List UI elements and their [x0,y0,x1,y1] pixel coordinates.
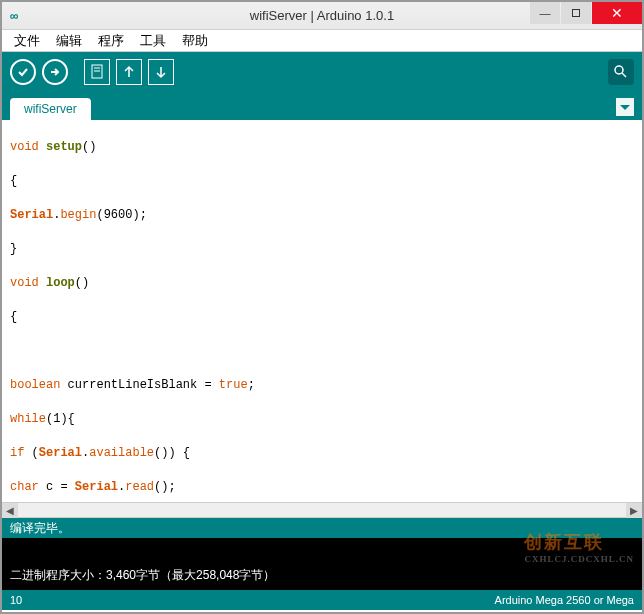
class-serial: Serial [39,446,82,460]
arduino-logo-icon: ∞ [10,9,17,23]
scroll-left-button[interactable] [2,503,18,518]
board-name: Arduino Mega 2560 or Mega [495,594,634,606]
code-text: { [10,309,634,326]
class-serial: Serial [75,480,118,494]
tab-dropdown-button[interactable] [616,98,634,116]
keyword-char: char [10,480,39,494]
function-loop: loop [46,276,75,290]
horizontal-scrollbar[interactable] [2,502,642,518]
code-editor[interactable]: void setup() { Serial.begin(9600); } voi… [2,120,642,502]
minimize-button[interactable] [530,2,560,24]
keyword-while: while [10,412,46,426]
code-text: } [10,241,634,258]
svg-point-3 [615,66,623,74]
code-text: ()) { [154,446,190,460]
line-number: 10 [10,594,22,606]
arrow-down-icon [154,64,168,80]
code-text: (9600); [96,208,146,222]
code-text: () [82,140,96,154]
checkmark-icon [17,66,29,78]
save-button[interactable] [148,59,174,85]
verify-button[interactable] [10,59,36,85]
upload-button[interactable] [42,59,68,85]
maximize-button[interactable] [561,2,591,24]
footer-bar: 10 Arduino Mega 2560 or Mega [2,590,642,610]
tab-wifiserver[interactable]: wifiServer [10,98,91,120]
function-setup: setup [46,140,82,154]
code-text: ; [248,378,255,392]
keyword-void: void [10,140,39,154]
menu-file[interactable]: 文件 [6,30,48,52]
method-available: available [89,446,154,460]
code-text: { [10,173,634,190]
keyword-if: if [10,446,24,460]
titlebar: ∞ wifiServer | Arduino 1.0.1 [2,2,642,30]
keyword-true: true [219,378,248,392]
open-button[interactable] [116,59,142,85]
status-text: 编译完毕。 [10,520,70,537]
menu-help[interactable]: 帮助 [174,30,216,52]
code-text: ( [24,446,38,460]
serial-monitor-button[interactable] [608,59,634,85]
tabbar: wifiServer [2,92,642,120]
code-text: c = [39,480,75,494]
status-bar: 编译完毕。 [2,518,642,538]
toolbar [2,52,642,92]
new-button[interactable] [84,59,110,85]
menu-sketch[interactable]: 程序 [90,30,132,52]
arrow-right-icon [49,66,61,78]
menu-edit[interactable]: 编辑 [48,30,90,52]
serial-monitor-icon [613,64,629,80]
arrow-up-icon [122,64,136,80]
window-controls [529,2,642,24]
code-text: currentLineIsBlank = [60,378,218,392]
code-text: () [75,276,89,290]
keyword-void: void [10,276,39,290]
code-text: (1){ [46,412,75,426]
method-read: read [125,480,154,494]
menubar: 文件 编辑 程序 工具 帮助 [2,30,642,52]
keyword-boolean: boolean [10,378,60,392]
console-text: 二进制程序大小：3,460字节（最大258,048字节） [10,567,275,584]
class-serial: Serial [10,208,53,222]
method-begin: begin [60,208,96,222]
app-window: ∞ wifiServer | Arduino 1.0.1 文件 编辑 程序 工具… [0,0,644,614]
console-output: 二进制程序大小：3,460字节（最大258,048字节） [2,538,642,590]
menu-tools[interactable]: 工具 [132,30,174,52]
new-file-icon [90,64,104,80]
code-text: (); [154,480,176,494]
svg-line-4 [622,73,626,77]
close-button[interactable] [592,2,642,24]
scroll-right-button[interactable] [626,503,642,518]
